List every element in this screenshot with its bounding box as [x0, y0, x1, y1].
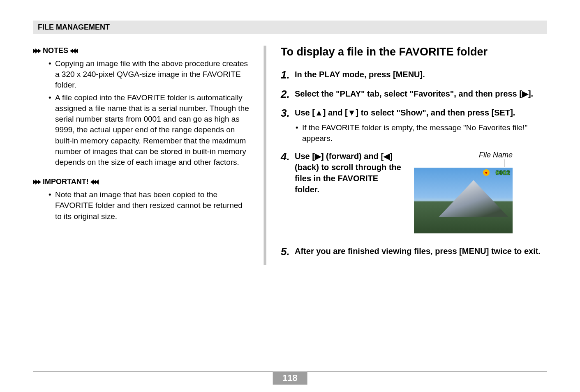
- note-item: Copying an image file with the above pro…: [49, 58, 251, 91]
- important-heading: IMPORTANT!: [33, 178, 251, 186]
- important-item: Note that an image that has been copied …: [49, 189, 251, 222]
- step-number: 3.: [281, 107, 295, 143]
- step-4: 4. Use [▶] (forward) and [◀] (back) to s…: [281, 151, 547, 233]
- step-1: 1. In the PLAY mode, press [MENU].: [281, 69, 547, 81]
- step-number: 5.: [281, 246, 295, 258]
- step-text: Select the "PLAY" tab, select "Favorites…: [295, 88, 547, 99]
- favorite-heart-icon: ♥: [483, 169, 490, 176]
- procedure-heading: To display a file in the FAVORITE folder: [281, 46, 547, 58]
- manual-page: FILE MANAGEMENT NOTES Copying an image f…: [0, 0, 580, 392]
- chevrons-left-icon: [71, 48, 78, 53]
- chevrons-right-icon: [33, 180, 40, 184]
- step-number: 4.: [281, 151, 295, 233]
- page-footer: 118: [33, 371, 547, 372]
- left-column: NOTES Copying an image file with the abo…: [33, 46, 263, 265]
- notes-list: Copying an image file with the above pro…: [49, 58, 251, 168]
- step-text: After you are finished viewing files, pr…: [295, 246, 547, 257]
- step-text: In the PLAY mode, press [MENU].: [295, 69, 547, 80]
- file-number-overlay: 0002: [496, 169, 510, 176]
- important-list: Note that an image that has been copied …: [49, 189, 251, 222]
- step-number: 1.: [281, 69, 295, 81]
- chevrons-right-icon: [33, 48, 40, 53]
- step-number: 2.: [281, 88, 295, 100]
- mountain-shape: [439, 180, 508, 217]
- step-text: Use [▲] and [▼] to select "Show", and th…: [295, 107, 547, 118]
- step-text: Use [▶] (forward) and [◀] (back) to scro…: [295, 151, 402, 195]
- important-heading-text: IMPORTANT!: [43, 178, 89, 186]
- step-sublist: If the FAVORITE folder is empty, the mes…: [295, 122, 547, 143]
- page-number: 118: [273, 371, 307, 385]
- figure-caption: File Name: [414, 151, 513, 159]
- section-header: FILE MANAGEMENT: [33, 21, 547, 34]
- step-5: 5. After you are finished viewing files,…: [281, 246, 547, 258]
- chevrons-left-icon: [91, 180, 99, 184]
- step-3: 3. Use [▲] and [▼] to select "Show", and…: [281, 107, 547, 143]
- step-subitem: If the FAVORITE folder is empty, the mes…: [295, 122, 547, 143]
- example-figure: File Name ♥ 0002: [414, 151, 513, 233]
- notes-heading-text: NOTES: [43, 46, 68, 55]
- note-item: A file copied into the FAVORITE folder i…: [49, 92, 251, 168]
- callout-line: [414, 160, 513, 168]
- two-column-layout: NOTES Copying an image file with the abo…: [33, 46, 547, 265]
- right-column: To display a file in the FAVORITE folder…: [266, 46, 547, 265]
- column-divider: [263, 46, 266, 265]
- step-2: 2. Select the "PLAY" tab, select "Favori…: [281, 88, 547, 100]
- notes-heading: NOTES: [33, 46, 251, 55]
- sample-photo: ♥ 0002: [414, 168, 513, 233]
